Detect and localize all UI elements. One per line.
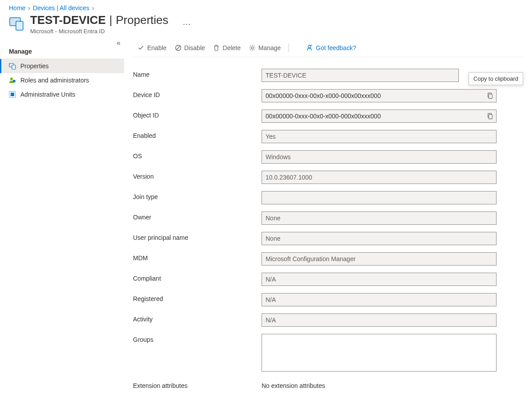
label-upn: User principal name	[133, 232, 262, 241]
copy-device-id-button[interactable]	[484, 90, 496, 102]
page-section: Properties	[116, 13, 168, 27]
label-join-type: Join type	[133, 191, 262, 200]
chevron-right-icon: ›	[28, 4, 30, 12]
block-icon	[175, 44, 182, 51]
svg-rect-13	[489, 94, 492, 99]
svg-point-11	[308, 45, 311, 48]
main-content: Enable Disable Delete Manage Got feedbac…	[124, 40, 532, 396]
label-ext-attrs: Extension attributes	[133, 380, 262, 389]
svg-point-10	[251, 47, 253, 49]
page-subtitle: Microsoft - Microsoft Entra ID	[30, 28, 168, 35]
label-activity: Activity	[133, 313, 262, 323]
properties\-form: Name Device ID Copy to clipboard Object …	[133, 57, 523, 389]
svg-rect-1	[16, 21, 23, 30]
page-title: TEST-DEVICE | Properties	[30, 13, 168, 27]
svg-rect-7	[11, 93, 14, 96]
sidebar-item-properties[interactable]: Properties	[0, 59, 124, 73]
collapse-sidebar-icon[interactable]: «	[115, 37, 122, 49]
breadcrumb: Home › Devices | All devices ›	[0, 0, 532, 13]
sidebar-item-roles[interactable]: Roles and administrators	[0, 73, 124, 87]
copy-object-id-button[interactable]	[484, 110, 496, 122]
sidebar-item-label: Administrative Units	[20, 91, 75, 98]
svg-rect-3	[12, 65, 16, 69]
enable-button[interactable]: Enable	[137, 44, 167, 51]
label-os: OS	[133, 150, 262, 160]
toolbar: Enable Disable Delete Manage Got feedbac…	[133, 40, 523, 57]
feedback-icon	[306, 44, 313, 51]
input-owner	[262, 211, 497, 225]
toolbar-separator	[289, 43, 289, 52]
input-version	[262, 171, 497, 184]
delete-button[interactable]: Delete	[213, 44, 240, 51]
user-role-icon	[9, 77, 16, 84]
input-activity	[262, 313, 497, 327]
input-name[interactable]	[262, 69, 459, 82]
svg-rect-15	[489, 115, 492, 119]
input-groups	[262, 334, 497, 372]
label-enabled: Enabled	[133, 130, 262, 139]
copy-icon	[487, 113, 493, 119]
label-mdm: MDM	[133, 252, 262, 262]
svg-point-4	[10, 78, 13, 80]
sidebar-item-admin-units[interactable]: Administrative Units	[0, 87, 124, 102]
manage-button[interactable]: Manage	[249, 44, 281, 51]
input-compliant	[262, 273, 497, 286]
label-name: Name	[133, 69, 262, 78]
disable-button[interactable]: Disable	[175, 44, 205, 51]
chevron-right-icon: ›	[92, 4, 94, 12]
input-enabled	[262, 130, 497, 143]
label-device-id: Device ID	[133, 89, 262, 98]
sidebar-item-label: Roles and administrators	[20, 77, 89, 84]
input-registered	[262, 293, 497, 306]
more-actions-icon[interactable]: ⋯	[183, 19, 191, 29]
device-name: TEST-DEVICE	[30, 13, 106, 27]
label-compliant: Compliant	[133, 273, 262, 282]
svg-point-5	[13, 80, 16, 82]
breadcrumb-devices[interactable]: Devices | All devices	[33, 4, 89, 12]
label-groups: Groups	[133, 334, 262, 343]
label-version: Version	[133, 171, 262, 180]
copy-icon	[487, 93, 493, 99]
admin-units-icon	[9, 91, 16, 98]
monitor-icon	[9, 63, 16, 70]
input-os	[262, 150, 497, 164]
svg-line-9	[176, 46, 180, 50]
breadcrumb-home[interactable]: Home	[9, 4, 25, 12]
sidebar-item-label: Properties	[20, 63, 49, 70]
input-device-id[interactable]	[262, 89, 497, 102]
copy-tooltip: Copy to clipboard	[469, 72, 523, 85]
sidebar: « Manage Properties Roles and administra…	[0, 40, 124, 396]
value-ext-attrs: No extension attributes	[262, 380, 497, 389]
input-mdm	[262, 252, 497, 266]
device-icon	[9, 16, 25, 32]
sidebar-section-label: Manage	[0, 44, 124, 59]
checkmark-icon	[137, 44, 145, 51]
page-header: TEST-DEVICE | Properties Microsoft - Mic…	[0, 13, 532, 40]
label-registered: Registered	[133, 293, 262, 302]
input-join-type	[262, 191, 497, 204]
label-owner: Owner	[133, 211, 262, 221]
feedback-button[interactable]: Got feedback?	[306, 44, 356, 51]
trash-icon	[213, 44, 220, 51]
input-object-id[interactable]	[262, 110, 497, 123]
label-object-id: Object ID	[133, 110, 262, 119]
input-upn	[262, 232, 497, 245]
gear-icon	[249, 44, 256, 51]
